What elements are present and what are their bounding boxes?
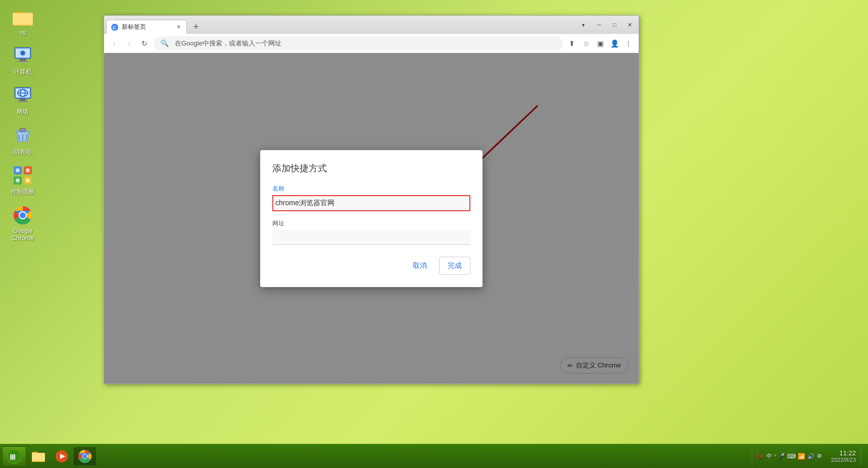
svg-rect-15 (20, 99, 26, 101)
svg-rect-41 (32, 453, 45, 461)
system-tray: CH 中 ° 🎤 ⌨ 📶 🔊 ⚙ (752, 444, 826, 468)
desktop: ns 计算机 (0, 0, 868, 468)
keyboard-icon: ⌨ (787, 453, 796, 460)
svg-point-26 (16, 168, 20, 172)
icon-label-recycle: 回收站 (14, 148, 32, 156)
svg-rect-7 (18, 61, 28, 62)
close-button[interactable]: ✕ (622, 20, 637, 30)
clock: 11:22 2022/8/23 (827, 449, 860, 463)
address-input-wrapper[interactable]: 🔍 在Google中搜索，或者输入一个网址 (154, 36, 563, 51)
browser-window: C 新标签页 ✕ + ▾ ─ □ ✕ ‹ › ↻ (104, 15, 639, 384)
desktop-icon-network[interactable]: 网络 (5, 83, 40, 118)
tab-close-btn[interactable]: ✕ (174, 23, 182, 31)
desktop-icons: ns 计算机 (5, 5, 40, 244)
tray-punctuation: ° (774, 453, 776, 459)
desktop-icon-computer[interactable]: 计算机 (5, 43, 40, 78)
sidebar-button[interactable]: ▣ (594, 37, 606, 50)
svg-rect-18 (20, 128, 26, 131)
show-desktop-button[interactable] (861, 446, 866, 466)
settings-tray-icon: ⚙ (817, 453, 822, 459)
taskbar-chrome[interactable] (74, 447, 96, 465)
folder-icon (13, 7, 33, 27)
add-shortcut-dialog: 添加快捷方式 名称 网址 (260, 150, 483, 287)
taskbar-media-player[interactable] (51, 447, 73, 465)
browser-content: Google 添加快捷方式 (104, 53, 639, 384)
cancel-button[interactable]: 取消 (405, 257, 435, 275)
tab-title: 新标签页 (122, 23, 171, 31)
url-input[interactable] (272, 230, 470, 245)
tray-ch-text: CH (756, 453, 764, 459)
clock-time: 11:22 (839, 449, 856, 457)
new-tab-page: Google 添加快捷方式 (104, 53, 639, 384)
taskbar: ⊞ (0, 444, 868, 468)
modal-overlay: 添加快捷方式 名称 网址 (104, 53, 639, 384)
dialog-buttons: 取消 完成 (272, 257, 470, 275)
svg-line-19 (19, 134, 19, 141)
name-input-wrapper[interactable] (272, 195, 470, 211)
back-button[interactable]: ‹ (108, 37, 120, 50)
url-label: 网址 (272, 219, 470, 228)
bookmark-button[interactable]: ☆ (580, 37, 592, 50)
tab-dropdown[interactable]: ▾ (578, 20, 588, 30)
new-tab-button[interactable]: + (189, 20, 203, 34)
icon-label-network: 网络 (17, 108, 29, 116)
menu-button[interactable]: ⋮ (622, 37, 635, 50)
svg-point-32 (20, 212, 26, 218)
name-label: 名称 (272, 184, 470, 193)
icon-label-chrome: Google Chrome (7, 227, 38, 242)
name-field: 名称 (272, 184, 470, 211)
done-button[interactable]: 完成 (439, 257, 470, 275)
computer-icon (13, 45, 33, 66)
chrome-icon (13, 205, 33, 225)
network-tray-icon: 📶 (798, 453, 805, 460)
desktop-icon-recycle[interactable]: 回收站 (5, 123, 40, 158)
start-button[interactable]: ⊞ (2, 446, 26, 466)
active-tab[interactable]: C 新标签页 ✕ (106, 20, 187, 34)
share-button[interactable]: ⬆ (566, 37, 578, 50)
svg-text:⊞: ⊞ (10, 453, 16, 461)
icon-label-control-panel: 控制面板 (11, 188, 35, 196)
control-panel-icon (13, 165, 33, 185)
svg-rect-3 (13, 14, 33, 25)
svg-point-29 (26, 178, 30, 182)
desktop-icon-control-panel[interactable]: 控制面板 (5, 163, 40, 198)
svg-rect-16 (18, 101, 28, 102)
recycle-icon (13, 125, 33, 146)
taskbar-file-explorer[interactable] (27, 447, 50, 465)
toolbar-right: ⬆ ☆ ▣ 👤 ⋮ (566, 37, 635, 50)
icon-label-computer: 计算机 (14, 68, 32, 76)
url-field: 网址 (272, 219, 470, 245)
svg-point-27 (26, 168, 30, 172)
tab-favicon: C (111, 23, 119, 31)
title-bar: C 新标签页 ✕ + ▾ ─ □ ✕ (104, 16, 639, 34)
clock-date: 2022/8/23 (831, 457, 856, 463)
desktop-icon-ns[interactable]: ns (5, 5, 40, 38)
mic-icon: 🎤 (778, 453, 785, 459)
svg-point-9 (21, 51, 25, 55)
refresh-button[interactable]: ↻ (138, 37, 151, 50)
minimize-button[interactable]: ─ (592, 20, 606, 30)
name-input[interactable] (272, 195, 470, 211)
svg-text:C: C (113, 25, 116, 30)
desktop-icon-chrome[interactable]: Google Chrome (5, 203, 40, 244)
network-icon (13, 85, 33, 106)
address-text: 在Google中搜索，或者输入一个网址 (175, 39, 281, 48)
forward-button[interactable]: › (123, 37, 135, 50)
icon-label-ns: ns (20, 29, 26, 36)
volume-icon: 🔊 (807, 453, 815, 460)
address-bar: ‹ › ↻ 🔍 在Google中搜索，或者输入一个网址 ⬆ ☆ ▣ 👤 ⋮ (104, 34, 639, 53)
profile-button[interactable]: 👤 (608, 37, 620, 50)
svg-line-21 (26, 134, 27, 141)
search-icon: 🔍 (161, 39, 169, 47)
tray-lang-text: 中 (766, 452, 772, 460)
maximize-button[interactable]: □ (607, 20, 621, 30)
svg-point-46 (83, 454, 87, 458)
svg-point-28 (16, 178, 20, 182)
svg-rect-6 (20, 59, 26, 61)
dialog-title: 添加快捷方式 (272, 162, 470, 174)
